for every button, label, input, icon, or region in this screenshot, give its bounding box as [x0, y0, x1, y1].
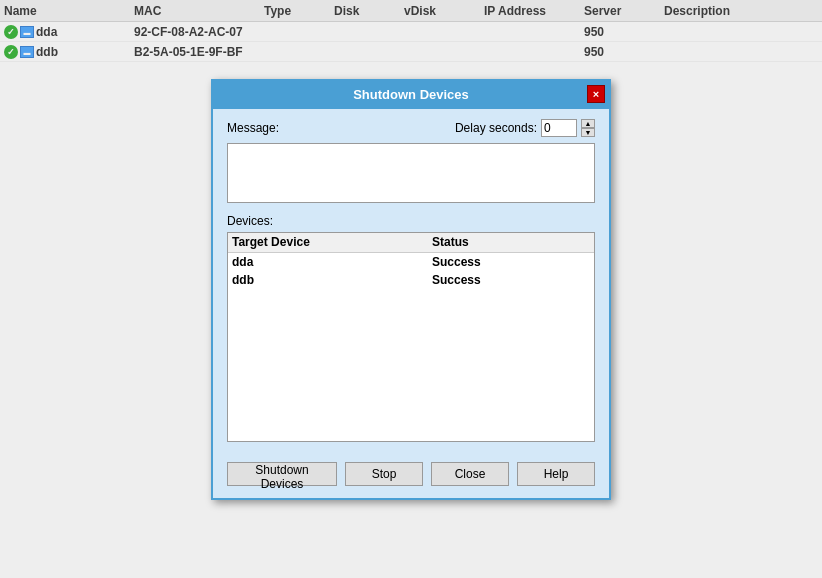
- device-row1-status: Success: [428, 255, 594, 269]
- spinner-down-button[interactable]: ▼: [581, 128, 595, 137]
- close-dialog-button[interactable]: Close: [431, 462, 509, 486]
- devices-table-header: Target Device Status: [228, 233, 594, 253]
- modal-overlay: Shutdown Devices × Message: Delay second…: [0, 0, 822, 578]
- delay-row: Delay seconds: ▲ ▼: [455, 119, 595, 137]
- delay-label: Delay seconds:: [455, 121, 537, 135]
- close-button[interactable]: ×: [587, 85, 605, 103]
- spinner-up-button[interactable]: ▲: [581, 119, 595, 128]
- dialog-title: Shutdown Devices: [353, 87, 469, 102]
- delay-spinner: ▲ ▼: [581, 119, 595, 137]
- shutdown-devices-dialog: Shutdown Devices × Message: Delay second…: [211, 79, 611, 500]
- stop-button[interactable]: Stop: [345, 462, 423, 486]
- devices-col-status: Status: [428, 235, 594, 249]
- delay-input[interactable]: [541, 119, 577, 137]
- device-row2-target: ddb: [228, 273, 428, 287]
- message-textarea[interactable]: [227, 143, 595, 203]
- device-row2-status: Success: [428, 273, 594, 287]
- message-label: Message:: [227, 121, 279, 135]
- devices-label: Devices:: [227, 214, 595, 228]
- shutdown-devices-button[interactable]: Shutdown Devices: [227, 462, 337, 486]
- dialog-titlebar: Shutdown Devices ×: [213, 81, 609, 109]
- device-row: ddb Success: [228, 271, 594, 289]
- device-row: dda Success: [228, 253, 594, 271]
- help-button[interactable]: Help: [517, 462, 595, 486]
- devices-table: Target Device Status dda Success ddb Suc…: [227, 232, 595, 442]
- dialog-footer: Shutdown Devices Stop Close Help: [213, 452, 609, 498]
- devices-col-target: Target Device: [228, 235, 428, 249]
- dialog-body: Message: Delay seconds: ▲ ▼ Devices: Tar…: [213, 109, 609, 452]
- message-row: Message: Delay seconds: ▲ ▼: [227, 119, 595, 137]
- device-row1-target: dda: [228, 255, 428, 269]
